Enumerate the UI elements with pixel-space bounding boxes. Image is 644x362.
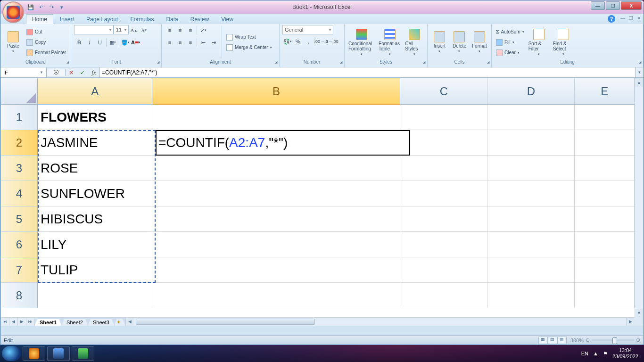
clear-button[interactable]: Clear ▾ — [495, 48, 526, 58]
cell-D1[interactable] — [487, 105, 575, 130]
cell-C6[interactable] — [400, 232, 487, 257]
scroll-down-button[interactable]: ▼ — [635, 309, 643, 317]
col-header-B[interactable]: B — [152, 78, 400, 105]
name-box[interactable]: IF▼ — [0, 67, 47, 77]
accounting-format-button[interactable]: 💱▾ — [282, 36, 293, 47]
select-all-corner[interactable] — [1, 78, 38, 105]
tray-flag-icon[interactable]: ⚑ — [603, 351, 608, 357]
align-right-button[interactable]: ≡ — [185, 37, 196, 48]
qat-redo[interactable]: ↷ — [47, 2, 56, 12]
worksheet-grid[interactable]: ABCDE 12345678 FLOWERSJASMINEROSESUNFLOW… — [1, 78, 643, 326]
hscroll-thumb[interactable] — [136, 319, 315, 325]
cell-E6[interactable] — [575, 232, 635, 257]
copy-button[interactable]: Copy — [25, 38, 67, 47]
doc-close[interactable]: ✕ — [637, 16, 641, 21]
tray-chevron-icon[interactable]: ▲ — [593, 351, 598, 356]
row-header-1[interactable]: 1 — [1, 105, 38, 130]
cell-E3[interactable] — [575, 156, 635, 181]
editing-cell[interactable]: =COUNTIF(A2:A7,"*") — [156, 130, 410, 156]
view-normal-button[interactable]: ▦ — [538, 337, 548, 344]
align-left-button[interactable]: ≡ — [165, 37, 175, 48]
grow-font-button[interactable]: A▲ — [129, 25, 139, 35]
cell-B7[interactable] — [152, 257, 400, 283]
row-header-7[interactable]: 7 — [1, 257, 38, 283]
enter-formula-button[interactable]: ✓ — [77, 69, 88, 76]
view-page-break-button[interactable]: ▥ — [557, 337, 567, 344]
paste-button[interactable]: Paste▾ — [3, 25, 23, 59]
cell-A4[interactable]: SUNFLOWER — [38, 181, 152, 206]
taskbar-app-1[interactable] — [23, 346, 45, 361]
vertical-scrollbar[interactable]: ▲ ▼ — [635, 78, 643, 317]
tab-formulas[interactable]: Formulas — [124, 15, 159, 24]
decrease-decimal-button[interactable]: .0→.00 — [326, 36, 337, 47]
orientation-button[interactable]: ⤢▾ — [198, 25, 208, 35]
font-name-combo[interactable]: ▾ — [74, 25, 114, 34]
align-top-button[interactable]: ≡ — [165, 25, 175, 35]
sheet-nav-prev[interactable]: ◀ — [9, 318, 18, 326]
cell-E7[interactable] — [575, 257, 635, 283]
cell-E4[interactable] — [575, 181, 635, 206]
col-header-D[interactable]: D — [487, 78, 575, 105]
cell-A8[interactable] — [38, 283, 152, 308]
cell-B5[interactable] — [152, 206, 400, 232]
bold-button[interactable]: B — [74, 37, 84, 48]
sheet-tab-1[interactable]: Sheet1 — [34, 319, 62, 326]
conditional-formatting-button[interactable]: Conditional Formatting▾ — [347, 25, 376, 59]
number-format-combo[interactable]: General▾ — [282, 25, 333, 34]
autosum-button[interactable]: ΣAutoSum ▾ — [495, 27, 526, 37]
zoom-in-button[interactable]: ⊕ — [636, 337, 640, 343]
tab-view[interactable]: View — [215, 15, 239, 24]
sheet-tab-2[interactable]: Sheet2 — [61, 319, 88, 326]
tray-clock[interactable]: 13:04 23/09/2022 — [612, 347, 638, 360]
view-page-layout-button[interactable]: ▤ — [548, 337, 557, 344]
sheet-tab-3[interactable]: Sheet3 — [88, 319, 115, 326]
cell-B4[interactable] — [152, 181, 400, 206]
cut-button[interactable]: Cut — [25, 27, 67, 37]
percent-format-button[interactable]: % — [293, 36, 303, 47]
cell-C7[interactable] — [400, 257, 487, 283]
scroll-left-button[interactable]: ◀ — [125, 318, 134, 326]
insert-function-button[interactable]: fx — [88, 69, 99, 76]
row-header-2[interactable]: 2 — [1, 130, 38, 156]
sheet-nav-next[interactable]: ▶ — [18, 318, 26, 326]
decrease-indent-button[interactable]: ⇤ — [198, 37, 208, 48]
cell-A5[interactable]: HIBISCUS — [38, 206, 152, 232]
underline-button[interactable]: U — [95, 37, 105, 48]
qat-save[interactable]: 💾 — [26, 2, 35, 12]
cell-E2[interactable] — [575, 130, 635, 156]
fill-color-button[interactable]: 🪣▾ — [120, 37, 131, 48]
cell-C2[interactable] — [400, 130, 487, 156]
fbar-expand-name[interactable]: ⦿ — [47, 69, 66, 76]
row-header-5[interactable]: 5 — [1, 206, 38, 232]
formula-bar[interactable]: =COUNTIF(A2:A7,"*") — [100, 67, 635, 77]
cell-C5[interactable] — [400, 206, 487, 232]
cell-D4[interactable] — [487, 181, 575, 206]
format-cells-button[interactable]: Format▾ — [471, 25, 488, 59]
cell-D3[interactable] — [487, 156, 575, 181]
wrap-text-button[interactable]: Wrap Text — [225, 33, 273, 42]
formula-bar-expand[interactable]: ▾ — [635, 67, 644, 77]
new-sheet-button[interactable]: ✦ — [114, 319, 125, 326]
window-maximize[interactable]: ❐ — [606, 1, 620, 10]
cell-A1[interactable]: FLOWERS — [38, 105, 152, 130]
col-header-C[interactable]: C — [400, 78, 487, 105]
cancel-formula-button[interactable]: ✕ — [66, 69, 77, 76]
cell-D5[interactable] — [487, 206, 575, 232]
cell-A2[interactable]: JASMINE — [38, 130, 152, 156]
cell-D7[interactable] — [487, 257, 575, 283]
window-minimize[interactable]: — — [591, 1, 605, 10]
col-header-A[interactable]: A — [38, 78, 152, 105]
horizontal-scrollbar[interactable]: ◀ ▶ — [125, 318, 635, 326]
col-header-E[interactable]: E — [575, 78, 635, 105]
row-header-4[interactable]: 4 — [1, 181, 38, 206]
cell-B1[interactable] — [152, 105, 400, 130]
cell-E5[interactable] — [575, 206, 635, 232]
cell-A3[interactable]: ROSE — [38, 156, 152, 181]
format-painter-button[interactable]: Format Painter — [25, 48, 67, 58]
cell-E1[interactable] — [575, 105, 635, 130]
insert-cells-button[interactable]: Insert▾ — [430, 25, 448, 59]
start-button[interactable] — [2, 346, 21, 361]
row-header-3[interactable]: 3 — [1, 156, 38, 181]
tray-language[interactable]: EN — [581, 351, 588, 356]
shrink-font-button[interactable]: A▼ — [139, 25, 149, 35]
